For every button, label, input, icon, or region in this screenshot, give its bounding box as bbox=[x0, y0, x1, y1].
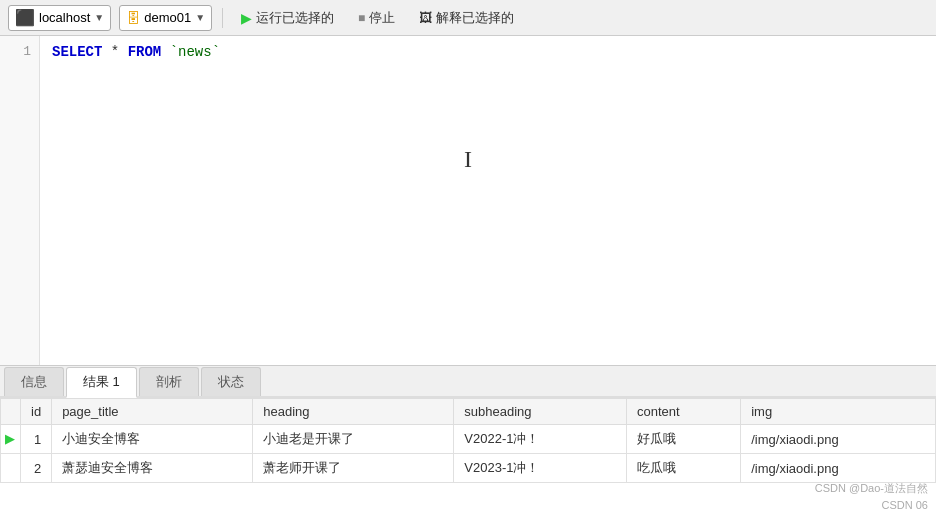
separator bbox=[222, 8, 223, 28]
play-icon: ▶ bbox=[241, 10, 252, 26]
editor-content[interactable]: SELECT * FROM `news` bbox=[40, 36, 936, 365]
col-subheading: subheading bbox=[454, 399, 627, 425]
col-img: img bbox=[741, 399, 936, 425]
tab-info[interactable]: 信息 bbox=[4, 367, 64, 396]
col-page-title: page_title bbox=[52, 399, 253, 425]
watermark-line2: CSDN 06 bbox=[815, 497, 928, 514]
table-row: 2萧瑟迪安全博客萧老师开课了V2023-1冲！吃瓜哦/img/xiaodi.pn… bbox=[1, 454, 936, 483]
toolbar: ⬛ localhost ▼ 🗄 demo01 ▼ ▶ 运行已选择的 ■ 停止 🖼… bbox=[0, 0, 936, 36]
tabs-bar: 信息 结果 1 剖析 状态 bbox=[0, 366, 936, 398]
cell-heading: 小迪老是开课了 bbox=[253, 425, 454, 454]
results-area[interactable]: id page_title heading subheading content… bbox=[0, 398, 936, 483]
line-numbers: 1 bbox=[0, 36, 40, 365]
db-dropdown-arrow: ▼ bbox=[195, 12, 205, 23]
host-dropdown-arrow: ▼ bbox=[94, 12, 104, 23]
cell-content: 吃瓜哦 bbox=[626, 454, 740, 483]
text-cursor: I bbox=[464, 146, 472, 173]
cell-subheading: V2022-1冲！ bbox=[454, 425, 627, 454]
sql-star: * bbox=[102, 44, 127, 60]
table-row: ▶1小迪安全博客小迪老是开课了V2022-1冲！好瓜哦/img/xiaodi.p… bbox=[1, 425, 936, 454]
bottom-panel: 信息 结果 1 剖析 状态 id page_title heading subh… bbox=[0, 366, 936, 521]
table-header-row: id page_title heading subheading content… bbox=[1, 399, 936, 425]
tab-profiling[interactable]: 剖析 bbox=[139, 367, 199, 396]
cell-subheading: V2023-1冲！ bbox=[454, 454, 627, 483]
col-content: content bbox=[626, 399, 740, 425]
line-number-1: 1 bbox=[0, 44, 31, 59]
database-selector[interactable]: 🗄 demo01 ▼ bbox=[119, 5, 212, 31]
cell-id: 1 bbox=[21, 425, 52, 454]
tab-result1[interactable]: 结果 1 bbox=[66, 367, 137, 398]
sql-keyword-from: FROM bbox=[128, 44, 162, 60]
col-arrow bbox=[1, 399, 21, 425]
cell-page_title: 萧瑟迪安全博客 bbox=[52, 454, 253, 483]
cell-content: 好瓜哦 bbox=[626, 425, 740, 454]
watermark-line1: CSDN @Dao-道法自然 bbox=[815, 480, 928, 497]
cell-img: /img/xiaodi.png bbox=[741, 454, 936, 483]
watermark: CSDN @Dao-道法自然 CSDN 06 bbox=[815, 480, 928, 513]
cell-img: /img/xiaodi.png bbox=[741, 425, 936, 454]
sql-keyword-select: SELECT bbox=[52, 44, 102, 60]
host-selector[interactable]: ⬛ localhost ▼ bbox=[8, 5, 111, 31]
row-arrow bbox=[1, 454, 21, 483]
explain-icon: 🖼 bbox=[419, 10, 432, 25]
cell-heading: 萧老师开课了 bbox=[253, 454, 454, 483]
run-button[interactable]: ▶ 运行已选择的 bbox=[233, 6, 342, 30]
host-icon: ⬛ bbox=[15, 8, 35, 27]
stop-button[interactable]: ■ 停止 bbox=[350, 6, 403, 30]
tab-status[interactable]: 状态 bbox=[201, 367, 261, 396]
sql-editor[interactable]: 1 SELECT * FROM `news` I bbox=[0, 36, 936, 366]
explain-label: 解释已选择的 bbox=[436, 9, 514, 27]
run-label: 运行已选择的 bbox=[256, 9, 334, 27]
results-table: id page_title heading subheading content… bbox=[0, 398, 936, 483]
stop-label: 停止 bbox=[369, 9, 395, 27]
cell-page_title: 小迪安全博客 bbox=[52, 425, 253, 454]
database-label: demo01 bbox=[144, 10, 191, 25]
db-icon: 🗄 bbox=[126, 10, 140, 26]
col-id: id bbox=[21, 399, 52, 425]
cell-id: 2 bbox=[21, 454, 52, 483]
host-label: localhost bbox=[39, 10, 90, 25]
explain-button[interactable]: 🖼 解释已选择的 bbox=[411, 6, 522, 30]
sql-table-name: `news` bbox=[161, 44, 220, 60]
row-arrow: ▶ bbox=[1, 425, 21, 454]
stop-icon: ■ bbox=[358, 11, 365, 25]
col-heading: heading bbox=[253, 399, 454, 425]
